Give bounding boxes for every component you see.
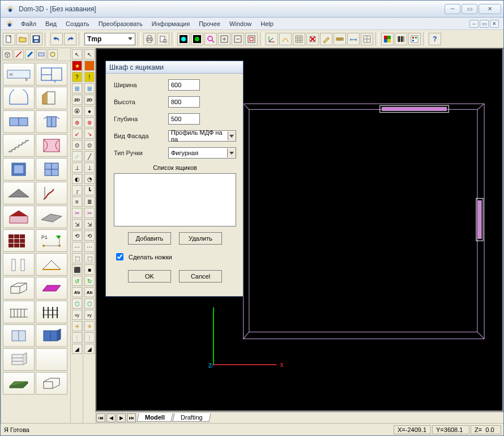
text-ab-icon[interactable]: Ab [72,287,82,297]
tab-first-icon[interactable]: ⏮ [96,413,105,422]
triangle-icon[interactable] [36,253,67,276]
star-icon[interactable]: ★ [72,61,82,71]
color-green-icon[interactable] [191,33,203,45]
grid-icon[interactable] [361,33,373,45]
zoom-in-icon[interactable] [204,33,217,45]
window-single-icon[interactable] [3,158,35,181]
print-icon[interactable] [143,33,156,45]
b-hex-icon[interactable]: ⬡ [84,298,95,309]
vdots-icon[interactable]: ⋮ [72,332,82,343]
empty-icon-1[interactable] [36,348,67,371]
pencil-icon[interactable] [320,33,332,45]
xy-icon[interactable]: xy [72,310,82,320]
color-cyan-icon[interactable] [177,33,190,45]
b-cursor-icon[interactable]: ↖ [84,49,95,59]
zoom-extents-icon[interactable] [245,33,258,45]
dialog-title[interactable]: Шкаф с ящиками [106,61,243,74]
width-input[interactable] [168,79,200,91]
redo-icon[interactable] [64,33,76,45]
axes-icon[interactable] [266,33,278,45]
tiles-icon[interactable] [3,229,35,252]
color-swatch-icon[interactable] [381,33,394,45]
layers-icon[interactable] [408,33,421,45]
barcode-icon[interactable] [395,33,407,45]
b-blue-grid-icon[interactable]: ⊞ [84,83,95,93]
mdi-close-button[interactable]: ✕ [490,20,499,28]
b-fill-icon[interactable]: ■ [84,264,95,275]
stairs-straight-icon[interactable] [3,134,35,157]
help-icon[interactable]: ? [429,33,441,45]
cabinet-icon[interactable] [3,324,35,347]
b-cut-icon[interactable]: ✂ [84,208,95,218]
q-mark-icon[interactable]: ? [72,72,82,82]
depth-input[interactable] [168,113,200,125]
height-input[interactable] [168,96,200,108]
slash-icon[interactable]: ⟋ [72,151,82,161]
b-dot-icon[interactable]: ● [84,106,95,116]
wall-hb-icon[interactable]: Hb [3,63,35,86]
window-3d-icon[interactable] [36,324,67,347]
window-grid-icon[interactable] [36,158,67,181]
b-arc-icon[interactable]: ◔ [84,174,95,184]
door-icon[interactable] [36,87,67,109]
slab-icon[interactable] [3,372,35,395]
undo-icon[interactable] [50,33,63,45]
b-spark-icon[interactable]: ✳ [84,321,95,331]
tab-last-icon[interactable]: ⏭ [127,413,136,422]
minimize-button[interactable]: ─ [445,4,460,14]
dot-icon[interactable]: ⦿ [72,106,82,116]
scissors-icon[interactable]: ✂ [72,208,82,218]
roof-flat-icon[interactable] [3,182,35,204]
spark-icon[interactable]: ✳ [72,321,82,331]
floorplan-icon[interactable] [36,63,67,86]
menu-create[interactable]: Создать [61,20,94,27]
columns-icon[interactable] [3,253,35,276]
rotate-icon[interactable]: ⟲ [72,230,82,241]
open-box-icon[interactable] [36,372,67,395]
b-dots2-icon[interactable]: ⋯ [84,242,95,252]
ruler-icon[interactable] [334,33,346,45]
roof-perspective-icon[interactable] [36,206,67,228]
b-rot-icon[interactable]: ⟲ [84,230,95,241]
stairs-spiral-icon[interactable] [36,182,67,204]
b-lines2-icon[interactable]: ≣ [84,196,95,207]
window-wide-icon[interactable] [3,110,35,133]
target-icon[interactable]: ⊙ [72,140,82,150]
delete-button[interactable]: Удалить [179,232,222,245]
box-wire-icon[interactable] [3,277,35,300]
drawer-unit-icon[interactable] [3,348,35,371]
b-orange-icon[interactable] [84,61,95,71]
layer-combo[interactable]: Tmp [84,33,135,45]
hex-icon[interactable]: ⬡ [72,298,82,309]
corner-icon[interactable]: ┌ [72,185,82,195]
drawers-listbox[interactable] [114,173,236,226]
delete-icon[interactable] [306,33,319,45]
arch-icon[interactable] [3,87,35,109]
facade-combo[interactable]: Профиль МДФ на па [168,130,236,142]
plane-magenta-icon[interactable] [36,277,67,300]
b-xy-icon[interactable]: xy [84,310,95,320]
b-corner-icon[interactable]: ↘ [84,129,95,139]
rect-fill-icon[interactable]: ⬛ [72,264,82,275]
mdi-restore-button[interactable]: ▭ [480,20,489,28]
plane-p1-icon[interactable]: P1 [36,229,67,252]
half-circle-icon[interactable]: ◐ [72,174,82,184]
rect-outline-icon[interactable]: ⬚ [72,253,82,263]
house-icon[interactable] [3,206,35,228]
move-icon[interactable]: ⊕ [72,117,82,127]
arc-icon[interactable] [279,33,292,45]
new-file-icon[interactable] [3,33,15,45]
extend-icon[interactable]: ⇲ [72,219,82,229]
wall-section-icon[interactable] [36,134,67,157]
maximize-button[interactable]: ▭ [462,4,477,14]
viewport[interactable]: z x Шкаф с ящиками Ширина Высота [96,48,503,412]
zoom-window-icon[interactable] [218,33,230,45]
railing-icon[interactable] [3,301,35,323]
open-file-icon[interactable] [16,33,29,45]
corner-arrow-icon[interactable]: ↙ [72,129,82,139]
line-icon[interactable] [14,49,24,59]
b-refresh-icon[interactable]: ↻ [84,276,95,286]
mdi-minimize-button[interactable]: ─ [469,20,479,28]
handle-combo[interactable]: Фигурная [168,147,236,159]
b-ext-icon[interactable]: ⇲ [84,219,95,229]
